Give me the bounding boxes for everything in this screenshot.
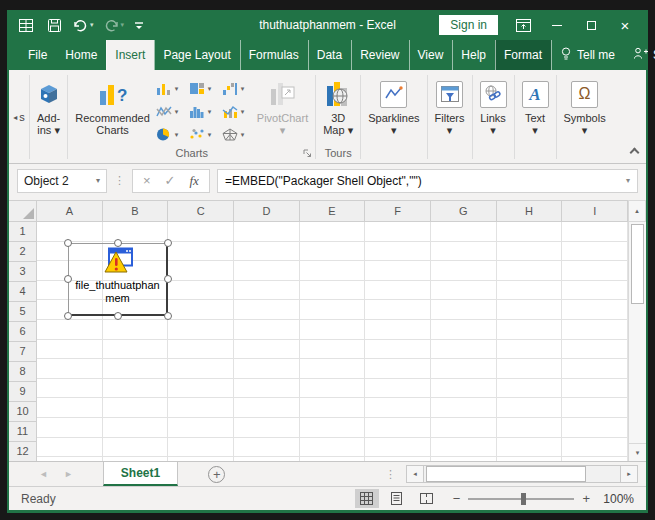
resize-handle[interactable] (164, 239, 172, 247)
column-header-c[interactable]: C (168, 200, 234, 222)
sign-in-button[interactable]: Sign in (439, 15, 498, 35)
share-button[interactable]: Share (624, 40, 655, 70)
tab-format[interactable]: Format (495, 40, 551, 70)
app-icon[interactable] (17, 15, 35, 35)
cells-area[interactable]: file_thuthuatphan mem (37, 222, 628, 461)
insert-function-button[interactable]: fx (190, 173, 199, 189)
vertical-scroll-down-button[interactable]: ▾ (629, 443, 646, 461)
page-break-preview-button[interactable] (415, 489, 439, 508)
close-button[interactable]: × (616, 15, 634, 35)
column-header-d[interactable]: D (234, 200, 300, 222)
tab-strip-splitter[interactable]: ⋮ (385, 468, 396, 481)
3d-map-button[interactable]: 3D Map ▾ (319, 74, 357, 138)
row-header[interactable]: 10 (9, 402, 37, 422)
vertical-scrollbar[interactable]: ▾ (628, 222, 646, 461)
resize-handle[interactable] (164, 312, 172, 320)
column-header-f[interactable]: F (365, 200, 431, 222)
insert-pie-chart-button[interactable]: ▾ (154, 123, 187, 146)
symbols-button[interactable]: Ω Symbols ▾ (560, 74, 610, 138)
resize-handle[interactable] (64, 239, 72, 247)
row-header[interactable]: 1 (9, 222, 37, 242)
links-button[interactable]: Links ▾ (476, 74, 511, 138)
zoom-slider[interactable] (468, 498, 574, 500)
sparklines-button[interactable]: Sparklines ▾ (364, 74, 423, 138)
horizontal-scroll-left-button[interactable]: ◂ (406, 465, 424, 483)
vertical-scroll-up-button[interactable]: ▴ (628, 200, 646, 222)
zoom-slider-thumb[interactable] (521, 493, 526, 505)
horizontal-scrollbar-thumb[interactable] (426, 466, 586, 482)
filters-button[interactable]: Filters ▾ (431, 74, 469, 138)
horizontal-scroll-right-button[interactable]: ▸ (620, 465, 638, 483)
text-button[interactable]: A Text ▾ (518, 74, 553, 138)
charts-dialog-launcher[interactable] (303, 147, 312, 161)
column-header-h[interactable]: H (497, 200, 563, 222)
insert-histogram-chart-button[interactable]: ▾ (187, 100, 220, 123)
row-header[interactable]: 6 (9, 322, 37, 342)
horizontal-scrollbar[interactable]: ◂ ▸ (406, 465, 638, 483)
row-header[interactable]: 11 (9, 422, 37, 442)
tab-insert[interactable]: Insert (106, 40, 154, 70)
vertical-scrollbar-thumb[interactable] (631, 224, 644, 304)
undo-button[interactable]: ▾ (73, 19, 94, 32)
row-header[interactable]: 5 (9, 302, 37, 322)
sheet-tab-sheet1[interactable]: Sheet1 (103, 462, 178, 486)
normal-view-button[interactable] (355, 489, 379, 508)
tab-help[interactable]: Help (452, 40, 495, 70)
insert-waterfall-chart-button[interactable]: ▾ (220, 77, 253, 100)
row-header[interactable]: 12 (9, 442, 37, 461)
sheet-nav-left-icon[interactable]: ◄ (31, 462, 56, 486)
resize-handle[interactable] (164, 275, 172, 283)
resize-handle[interactable] (64, 312, 72, 320)
tab-home[interactable]: Home (56, 40, 106, 70)
zoom-level-label[interactable]: 100% (598, 492, 634, 506)
add-sheet-button[interactable]: + (208, 466, 225, 483)
resize-handle[interactable] (114, 312, 122, 320)
page-layout-view-button[interactable] (385, 489, 409, 508)
row-header[interactable]: 4 (9, 282, 37, 302)
tab-review[interactable]: Review (351, 40, 408, 70)
insert-column-chart-button[interactable]: ▾ (154, 77, 187, 100)
row-header[interactable]: 9 (9, 382, 37, 402)
column-header-e[interactable]: E (300, 200, 366, 222)
row-header[interactable]: 2 (9, 242, 37, 262)
tab-page-layout[interactable]: Page Layout (154, 40, 239, 70)
tab-view[interactable]: View (409, 40, 453, 70)
formula-bar-expand-icon[interactable]: ▾ (626, 176, 630, 185)
tab-formulas[interactable]: Formulas (240, 40, 308, 70)
tab-tell-me[interactable]: Tell me (551, 40, 624, 70)
customize-quick-access-toolbar-button[interactable] (134, 20, 144, 31)
insert-hierarchy-chart-button[interactable]: ▾ (187, 77, 220, 100)
minimize-button[interactable] (548, 15, 566, 35)
name-box[interactable]: Object 2 ▾ (17, 169, 107, 193)
tab-data[interactable]: Data (308, 40, 351, 70)
column-header-g[interactable]: G (431, 200, 497, 222)
recommended-charts-button[interactable]: ? Recommended Charts (71, 74, 154, 138)
insert-scatter-chart-button[interactable]: ▾ (187, 123, 220, 146)
select-all-button[interactable] (9, 200, 37, 222)
column-header-b[interactable]: B (103, 200, 169, 222)
formula-input[interactable]: =EMBED("Packager Shell Object","") ▾ (217, 169, 638, 193)
ribbon-overflow-strip[interactable]: ◂ s (9, 71, 29, 163)
resize-handle[interactable] (64, 275, 72, 283)
add-ins-button[interactable]: Add- ins ▾ (33, 74, 64, 138)
zoom-out-button[interactable]: − (453, 491, 461, 506)
row-header[interactable]: 7 (9, 342, 37, 362)
resize-handle[interactable] (114, 239, 122, 247)
ribbon-scroll-left-icon[interactable]: ◂ (13, 113, 17, 122)
zoom-in-button[interactable]: + (582, 491, 590, 506)
collapse-ribbon-button[interactable] (630, 148, 640, 158)
insert-line-chart-button[interactable]: ▾ (154, 100, 187, 123)
undo-dropdown-icon[interactable]: ▾ (90, 21, 94, 29)
sheet-nav-right-icon[interactable]: ► (56, 462, 81, 486)
insert-combo-chart-button[interactable]: ▾ (220, 100, 253, 123)
column-header-a[interactable]: A (37, 200, 103, 222)
embedded-object[interactable]: file_thuthuatphan mem (68, 243, 168, 316)
insert-radar-chart-button[interactable]: ▾ (220, 123, 253, 146)
save-icon[interactable] (45, 15, 63, 35)
maximize-button[interactable] (582, 15, 600, 35)
tab-file[interactable]: File (19, 40, 56, 70)
ribbon-display-options-icon[interactable] (514, 15, 532, 35)
formula-bar-splitter[interactable]: ⋮ (114, 175, 125, 186)
column-header-i[interactable]: I (562, 200, 628, 222)
row-header[interactable]: 8 (9, 362, 37, 382)
